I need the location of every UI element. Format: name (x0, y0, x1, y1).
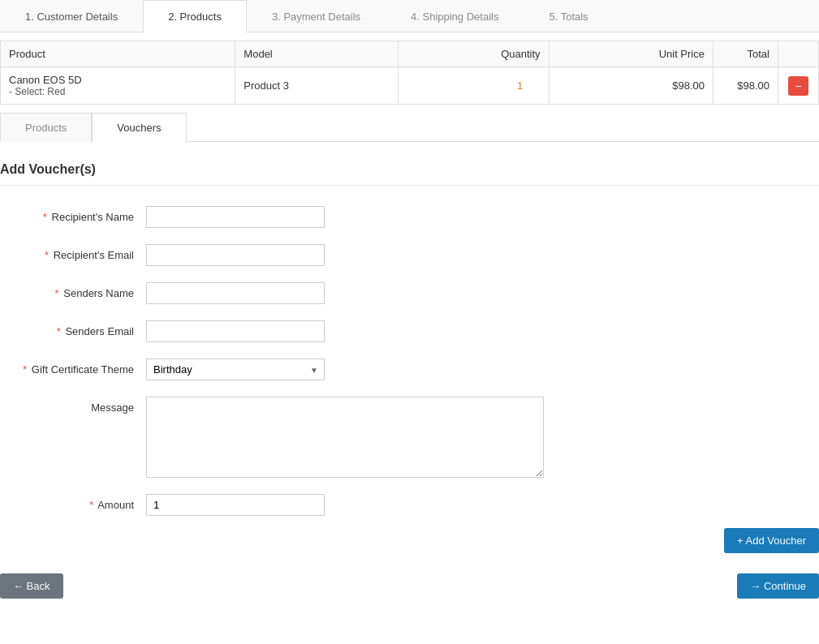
product-name: Canon EOS 5D (9, 74, 226, 86)
product-quantity (398, 67, 549, 105)
add-voucher-button[interactable]: + Add Voucher (724, 528, 819, 553)
tab-customer-details[interactable]: 1. Customer Details (0, 0, 143, 32)
col-product: Product (1, 41, 235, 67)
message-textarea[interactable] (146, 397, 544, 478)
required-star: * (89, 499, 93, 511)
label-amount: * Amount (0, 494, 146, 511)
wizard-tabs: 1. Customer Details 2. Products 3. Payme… (0, 0, 819, 32)
theme-select-wrapper: Birthday Christmas General ▼ (146, 358, 325, 380)
senders-email-input[interactable] (146, 320, 325, 342)
product-unit-price: $98.00 (549, 67, 713, 105)
form-group-amount: * Amount (0, 490, 819, 516)
tab-products[interactable]: 2. Products (143, 0, 247, 32)
required-star: * (55, 287, 59, 299)
quantity-input[interactable] (500, 79, 541, 92)
main-content: Product Model Quantity Unit Price Total … (0, 32, 819, 623)
col-model: Model (235, 41, 399, 67)
product-option: - Select: Red (9, 86, 226, 97)
form-group-senders-name: * Senders Name (0, 278, 819, 304)
label-message: Message (0, 397, 146, 414)
sub-tab-vouchers[interactable]: Vouchers (92, 113, 186, 142)
label-theme: * Gift Certificate Theme (0, 358, 146, 376)
senders-name-input[interactable] (146, 282, 325, 304)
continue-button[interactable]: → Continue (737, 573, 819, 599)
theme-select[interactable]: Birthday Christmas General (146, 358, 325, 380)
sub-tabs: Products Vouchers (0, 113, 819, 142)
required-star: * (45, 249, 49, 261)
tab-totals[interactable]: 5. Totals (524, 0, 613, 32)
remove-product-button[interactable]: − (788, 76, 808, 96)
product-total: $98.00 (713, 67, 778, 105)
product-model: Product 3 (235, 67, 399, 105)
products-table: Product Model Quantity Unit Price Total … (0, 41, 819, 105)
col-quantity: Quantity (398, 41, 549, 67)
product-info: Canon EOS 5D - Select: Red (1, 67, 235, 105)
add-voucher-section: Add Voucher(s) * Recipient's Name * Reci… (0, 154, 819, 615)
label-recipient-email: * Recipient's Email (0, 244, 146, 261)
form-group-senders-email: * Senders Email (0, 316, 819, 342)
label-senders-email: * Senders Email (0, 320, 146, 337)
recipient-email-input[interactable] (146, 244, 325, 266)
col-unit-price: Unit Price (549, 41, 713, 67)
product-actions: − (778, 67, 819, 105)
required-star: * (23, 363, 27, 376)
col-total: Total (713, 41, 778, 67)
tab-payment-details[interactable]: 3. Payment Details (247, 0, 386, 32)
table-row: Canon EOS 5D - Select: Red Product 3 $98… (1, 67, 819, 105)
add-voucher-title: Add Voucher(s) (0, 162, 819, 186)
required-star: * (57, 325, 61, 337)
recipient-name-input[interactable] (146, 206, 325, 228)
back-button[interactable]: ← Back (0, 573, 63, 599)
tab-shipping-details[interactable]: 4. Shipping Details (386, 0, 524, 32)
sub-tab-products[interactable]: Products (0, 113, 92, 142)
label-senders-name: * Senders Name (0, 282, 146, 299)
form-group-recipient-name: * Recipient's Name (0, 202, 819, 228)
form-group-recipient-email: * Recipient's Email (0, 240, 819, 266)
amount-input[interactable] (146, 494, 325, 516)
form-group-message: Message (0, 393, 819, 478)
footer-buttons: ← Back → Continue (0, 561, 819, 607)
label-recipient-name: * Recipient's Name (0, 206, 146, 223)
required-star: * (43, 211, 47, 223)
form-group-theme: * Gift Certificate Theme Birthday Christ… (0, 354, 819, 380)
